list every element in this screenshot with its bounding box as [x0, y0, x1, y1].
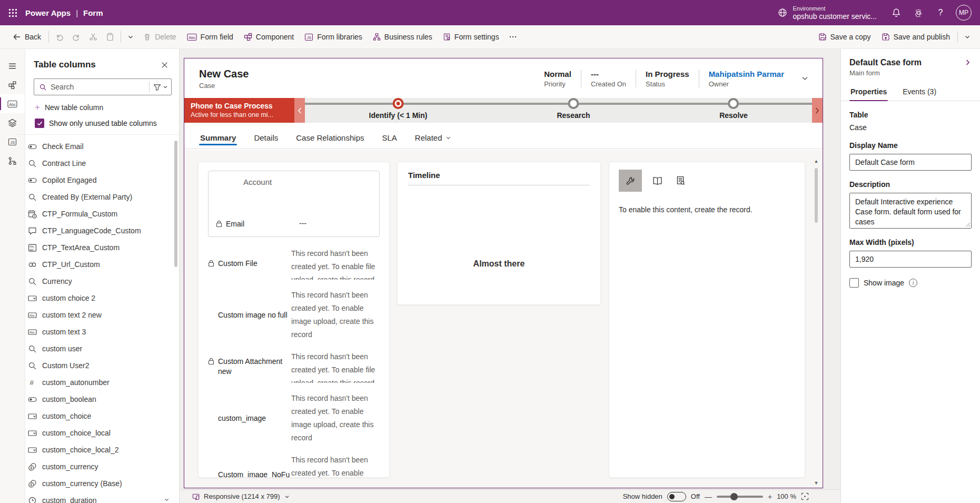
form-tab-case-relationships[interactable]: Case Relationships: [295, 128, 365, 149]
brand-name[interactable]: Power Apps: [25, 8, 71, 17]
bpf-next-stage-chevron-icon[interactable]: [812, 98, 823, 123]
note-search-icon[interactable]: [672, 173, 688, 189]
header-field-value[interactable]: Mahipatsinh Parmar: [709, 69, 784, 79]
rail-table-columns-icon[interactable]: Abc: [0, 94, 25, 113]
component-button[interactable]: Component: [239, 28, 299, 45]
summary-left-column[interactable]: Account Email --- Custom FileThis record…: [198, 162, 390, 478]
cut-button[interactable]: [85, 28, 102, 45]
undo-button[interactable]: [51, 28, 68, 45]
paste-button[interactable]: [102, 28, 118, 45]
table-column-item[interactable]: CTP_Formula_Custom: [26, 205, 179, 222]
form-field-row[interactable]: custom_imageThis record hasn't been crea…: [208, 392, 380, 445]
table-column-item[interactable]: Abccustom text 3: [26, 323, 179, 340]
canvas-scrollbar-thumb[interactable]: [815, 168, 818, 223]
table-column-item[interactable]: CTP_Url_Custom: [26, 256, 179, 273]
bpf-process-box[interactable]: Phone to Case Process Active for less th…: [184, 98, 294, 123]
fit-to-screen-icon[interactable]: [801, 492, 809, 500]
form-tab-details[interactable]: Details: [253, 128, 279, 149]
rail-components-icon[interactable]: [0, 75, 25, 94]
form-libraries-button[interactable]: JS Form libraries: [299, 28, 368, 45]
save-dropdown-chevron[interactable]: [960, 28, 975, 45]
form-field-row[interactable]: Custom_image_NoFullThis record hasn't be…: [208, 453, 380, 478]
rail-tree-view-icon[interactable]: [0, 151, 25, 170]
zoom-in-button[interactable]: +: [768, 492, 772, 501]
table-column-item[interactable]: custom_choice: [26, 408, 179, 425]
show-unused-checkbox[interactable]: Show only unused table columns: [35, 119, 171, 128]
properties-tab-events-3-[interactable]: Events (3): [902, 84, 937, 101]
rail-layers-icon[interactable]: [0, 113, 25, 132]
display-name-input[interactable]: [849, 154, 972, 171]
zoom-slider-thumb[interactable]: [730, 493, 738, 500]
table-column-item[interactable]: custom user: [26, 340, 179, 357]
table-column-item[interactable]: Abccustom text 2 new: [26, 307, 179, 323]
waffle-menu-icon[interactable]: [0, 0, 25, 25]
delete-button[interactable]: Delete: [138, 28, 181, 45]
email-field-row[interactable]: Email ---: [216, 219, 372, 229]
description-textarea[interactable]: [849, 193, 972, 229]
form-field-row[interactable]: Custom Attachment newThis record hasn't …: [208, 350, 380, 383]
zoom-out-button[interactable]: —: [705, 492, 712, 501]
bpf-collapse-chevron-icon[interactable]: [294, 98, 305, 123]
table-column-item[interactable]: $custom_currency: [26, 458, 179, 475]
back-button[interactable]: Back: [7, 28, 46, 45]
form-field-row[interactable]: Custom FileThis record hasn't been creat…: [208, 247, 380, 280]
help-icon[interactable]: ?: [929, 0, 952, 25]
bpf-stage-identify[interactable]: Identify (< 1 Min): [369, 98, 428, 120]
scroll-up-icon[interactable]: ▲: [814, 159, 819, 164]
table-column-item[interactable]: Created By (External Party): [26, 189, 179, 205]
wrench-tool-button[interactable]: [619, 170, 642, 192]
book-icon[interactable]: [649, 173, 665, 189]
table-column-item[interactable]: Currency: [26, 273, 179, 290]
rail-form-libraries-icon[interactable]: JS: [0, 132, 25, 151]
checkbox-checked-icon[interactable]: [35, 119, 44, 128]
form-field-row[interactable]: Custom image no fullThis record hasn't b…: [208, 289, 380, 341]
table-column-item[interactable]: custom_choice_local: [26, 425, 179, 441]
related-card[interactable]: To enable this content, create the recor…: [609, 162, 805, 478]
properties-tab-properties[interactable]: Properties: [849, 84, 888, 101]
table-column-item[interactable]: custom_choice_local_2: [26, 441, 179, 458]
bpf-stage-resolve[interactable]: Resolve: [719, 98, 748, 120]
bpf-stage-research[interactable]: Research: [557, 98, 590, 120]
form-tab-summary[interactable]: Summary: [199, 128, 237, 149]
responsive-size-selector[interactable]: Responsive (1214 x 799): [192, 492, 290, 500]
table-column-item[interactable]: Custom User2: [26, 357, 179, 374]
max-width-input[interactable]: [849, 251, 972, 268]
filter-button[interactable]: [153, 83, 168, 91]
search-input[interactable]: [51, 83, 145, 91]
business-rules-button[interactable]: Business rules: [368, 28, 438, 45]
table-column-item[interactable]: Contract Line: [26, 155, 179, 172]
checkbox-unchecked-icon[interactable]: [849, 278, 859, 288]
table-column-item[interactable]: Check Email: [26, 138, 179, 155]
stage-dot-icon[interactable]: [728, 98, 739, 109]
environment-picker[interactable]: Environment opshub customer servic...: [769, 0, 885, 25]
account-subgrid[interactable]: Account Email ---: [208, 171, 380, 237]
close-icon[interactable]: [157, 57, 172, 72]
header-expand-chevron-icon[interactable]: [801, 74, 809, 82]
save-and-publish-button[interactable]: Save and publish: [876, 28, 955, 45]
panel-scroll-down-icon[interactable]: [164, 497, 170, 502]
table-column-item[interactable]: custom_boolean: [26, 391, 179, 408]
notifications-bell-icon[interactable]: [885, 0, 907, 25]
redo-button[interactable]: [68, 28, 85, 45]
timeline-card[interactable]: Timeline Almost there: [397, 162, 601, 305]
avatar[interactable]: MP: [956, 5, 972, 21]
overflow-menu-button[interactable]: [504, 28, 521, 45]
clipboard-dropdown-chevron[interactable]: [123, 28, 138, 45]
rail-hamburger-icon[interactable]: [0, 56, 25, 75]
scroll-down-icon[interactable]: ▼: [814, 480, 819, 486]
form-settings-button[interactable]: Form settings: [438, 28, 504, 45]
table-column-item[interactable]: CTP_LanguageCode_Custom: [26, 222, 179, 239]
new-table-column-button[interactable]: + New table column: [35, 103, 171, 112]
panel-scrollbar-thumb[interactable]: [174, 141, 177, 267]
settings-gear-icon[interactable]: [907, 0, 929, 25]
stage-dot-icon[interactable]: [393, 98, 404, 109]
table-column-item[interactable]: Copilot Engaged: [26, 172, 179, 189]
collapse-panel-chevron-icon[interactable]: [964, 58, 972, 66]
form-tab-related[interactable]: Related: [414, 128, 452, 149]
show-image-checkbox[interactable]: Show image i: [849, 278, 972, 288]
table-column-item[interactable]: #custom_autonumber: [26, 374, 179, 391]
table-column-item[interactable]: custom_duration: [26, 492, 179, 503]
zoom-slider[interactable]: [717, 496, 763, 498]
stage-dot-icon[interactable]: [568, 98, 579, 109]
table-column-item[interactable]: $custom_currency (Base): [26, 475, 179, 492]
